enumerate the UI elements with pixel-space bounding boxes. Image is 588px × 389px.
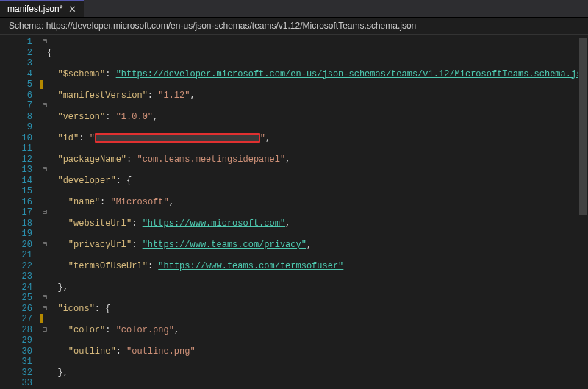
- file-tab[interactable]: manifest.json* ✕: [0, 0, 84, 17]
- code-content[interactable]: { "$schema": "https://developer.microsof…: [47, 35, 588, 388]
- schema-bar: Schema: https://developer.microsoft.com/…: [0, 18, 588, 35]
- schema-label: Schema:: [9, 21, 43, 31]
- scrollbar-thumb[interactable]: [579, 38, 587, 215]
- schema-url[interactable]: https://developer.microsoft.com/en-us/js…: [46, 21, 417, 31]
- line-number-gutter: 1234567891011121314151617181920212223242…: [0, 35, 38, 388]
- tab-title: manifest.json*: [7, 4, 62, 14]
- redacted-id: [95, 133, 260, 143]
- code-editor[interactable]: 1234567891011121314151617181920212223242…: [0, 35, 588, 388]
- close-icon[interactable]: ✕: [68, 4, 76, 15]
- tab-bar: manifest.json* ✕: [0, 0, 588, 18]
- vertical-scrollbar[interactable]: [578, 35, 588, 389]
